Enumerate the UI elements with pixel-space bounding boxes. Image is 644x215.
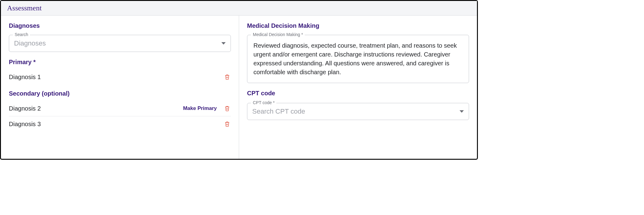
assessment-panel: Assessment Diagnoses Search Diagnoses Pr… xyxy=(0,0,478,160)
diagnoses-heading: Diagnoses xyxy=(9,22,231,29)
secondary-heading: Secondary (optional) xyxy=(9,90,231,97)
primary-diagnosis-label: Diagnosis 1 xyxy=(9,74,41,81)
primary-diagnosis-actions xyxy=(224,73,231,81)
mdm-text-content[interactable]: Reviewed diagnosis, expected course, tre… xyxy=(253,41,463,77)
trash-icon xyxy=(224,74,230,80)
secondary-diagnosis-actions xyxy=(224,120,231,128)
diagnoses-search-placeholder: Diagnoses xyxy=(14,39,46,47)
delete-secondary-diagnosis-button[interactable] xyxy=(224,120,231,128)
diagnoses-search-select[interactable]: Diagnoses xyxy=(9,35,231,52)
panel-content: Diagnoses Search Diagnoses Primary * Dia… xyxy=(1,16,477,159)
diagnoses-search-field[interactable]: Search Diagnoses xyxy=(9,35,231,52)
cpt-legend: CPT code * xyxy=(251,100,276,105)
primary-diagnosis-row: Diagnosis 1 xyxy=(9,69,231,85)
diagnoses-search-legend: Search xyxy=(13,32,30,37)
cpt-select[interactable]: Search CPT code xyxy=(247,103,469,120)
trash-icon xyxy=(224,121,230,127)
cpt-heading: CPT code xyxy=(247,90,469,97)
panel-title: Assessment xyxy=(7,4,471,12)
trash-icon xyxy=(224,105,230,112)
secondary-diagnosis-label: Diagnosis 3 xyxy=(9,121,41,128)
secondary-diagnosis-label: Diagnosis 2 xyxy=(9,105,41,112)
panel-header: Assessment xyxy=(1,1,477,16)
delete-primary-diagnosis-button[interactable] xyxy=(224,73,231,81)
mdm-legend: Medical Decision Making * xyxy=(251,32,305,37)
diagnoses-column: Diagnoses Search Diagnoses Primary * Dia… xyxy=(1,16,239,159)
delete-secondary-diagnosis-button[interactable] xyxy=(224,104,231,112)
make-primary-button[interactable]: Make Primary xyxy=(183,105,217,111)
mdm-heading: Medical Decision Making xyxy=(247,22,469,29)
secondary-diagnosis-actions: Make Primary xyxy=(183,104,231,112)
cpt-placeholder: Search CPT code xyxy=(252,108,305,115)
cpt-field[interactable]: CPT code * Search CPT code xyxy=(247,103,469,120)
mdm-field[interactable]: Medical Decision Making * Reviewed diagn… xyxy=(247,35,469,83)
caret-down-icon xyxy=(460,110,464,113)
caret-down-icon xyxy=(221,42,226,45)
mdm-column: Medical Decision Making Medical Decision… xyxy=(239,16,477,159)
secondary-diagnosis-row: Diagnosis 3 xyxy=(9,116,231,132)
primary-heading: Primary * xyxy=(9,59,231,66)
secondary-diagnosis-row: Diagnosis 2 Make Primary xyxy=(9,101,231,116)
